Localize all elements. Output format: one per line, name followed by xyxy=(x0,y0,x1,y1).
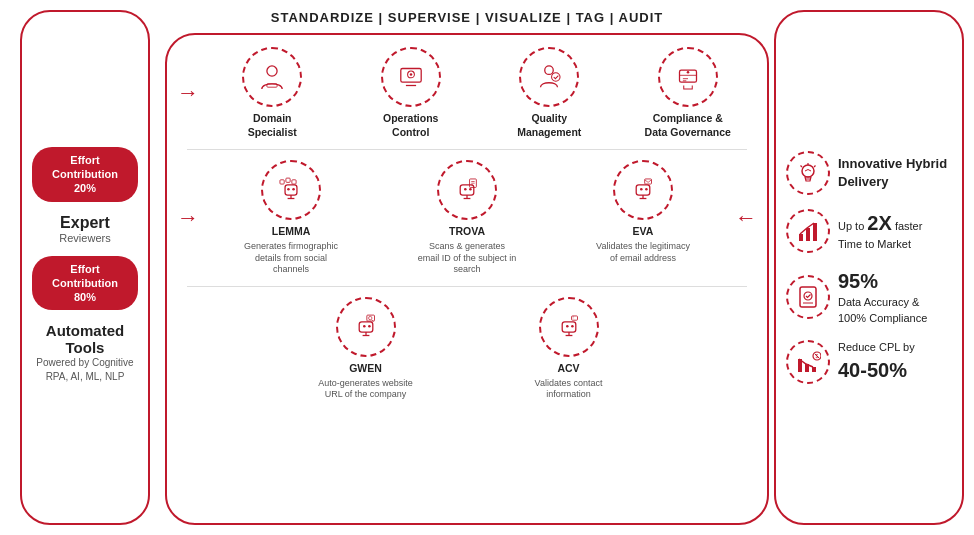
svg-rect-18 xyxy=(280,180,284,184)
svg-rect-36 xyxy=(359,322,373,332)
2x-text: Up to 2X fasterTime to Market xyxy=(838,209,922,252)
cpl-text: Reduce CPL by40-50% xyxy=(838,340,915,383)
tools-section: Automated Tools Powered by Cognitive RPA… xyxy=(32,322,138,384)
eva-desc: Validates the legitimacy of email addres… xyxy=(593,241,693,264)
quality-management-label: QualityManagement xyxy=(517,112,581,139)
svg-rect-44 xyxy=(562,322,576,332)
svg-point-6 xyxy=(545,66,554,75)
acv-desc: Validates contact information xyxy=(519,378,619,401)
middle-row-wrapper: → xyxy=(177,160,757,276)
svg-point-42 xyxy=(368,316,371,319)
95-text: 95%Data Accuracy &100% Compliance xyxy=(838,267,927,326)
eva-icon xyxy=(626,173,660,207)
bottom-row-wrapper: GWEN Auto-generates website URL of the c… xyxy=(177,297,757,401)
eva-label: EVA xyxy=(633,225,654,239)
arrow-top: → xyxy=(177,80,199,106)
svg-rect-41 xyxy=(366,315,374,321)
icon-acv: ! ACV Validates contact information xyxy=(519,297,619,401)
compliance-icon xyxy=(671,60,705,94)
svg-rect-56 xyxy=(799,234,803,241)
tools-title: Automated Tools xyxy=(32,322,138,356)
checklist-circle xyxy=(786,275,830,319)
quality-management-circle xyxy=(519,47,579,107)
svg-point-46 xyxy=(571,325,574,328)
svg-point-22 xyxy=(464,188,467,191)
middle-panel: STANDARDIZE | SUPERVISE | VISUALIZE | TA… xyxy=(165,10,769,525)
svg-point-14 xyxy=(287,188,290,191)
svg-rect-64 xyxy=(812,367,816,372)
svg-point-23 xyxy=(469,188,472,191)
icon-quality-management: QualityManagement xyxy=(499,47,599,139)
domain-specialist-circle xyxy=(242,47,302,107)
hybrid-text: Innovative Hybrid Delivery xyxy=(838,155,952,191)
svg-point-5 xyxy=(409,73,412,76)
svg-point-31 xyxy=(640,188,643,191)
right-item-cpl: $ Reduce CPL by40-50% xyxy=(786,340,952,384)
compliance-label: Compliance &Data Governance xyxy=(645,112,731,139)
lemma-desc: Generates firmographic details from soci… xyxy=(241,241,341,276)
svg-point-7 xyxy=(552,73,561,82)
right-item-2x: Up to 2X fasterTime to Market xyxy=(786,209,952,253)
svg-text:$: $ xyxy=(816,352,819,358)
chart-up-circle xyxy=(786,209,830,253)
tools-subtitle: Powered by Cognitive RPA, AI, ML, NLP xyxy=(32,356,138,384)
gwen-icon xyxy=(349,310,383,344)
domain-specialist-label: DomainSpecialist xyxy=(248,112,297,139)
middle-icon-row: LEMMA Generates firmographic details fro… xyxy=(203,160,731,276)
right-panel-container: Innovative Hybrid Delivery Up to 2X fast… xyxy=(774,10,964,525)
svg-rect-57 xyxy=(806,228,810,241)
cpl-number: 40-50% xyxy=(838,359,907,381)
lightbulb-icon xyxy=(795,160,821,186)
divider-2 xyxy=(187,286,747,287)
lemma-icon xyxy=(274,173,308,207)
compliance-circle xyxy=(658,47,718,107)
svg-point-60 xyxy=(804,292,812,300)
trova-label: TROVA xyxy=(449,225,485,239)
content-box: → DomainSpecialist xyxy=(165,33,769,525)
chart-up-icon xyxy=(795,218,821,244)
expert-subtitle: Reviewers xyxy=(59,232,110,244)
svg-line-54 xyxy=(801,166,803,168)
hybrid-label: Innovative Hybrid Delivery xyxy=(838,156,947,189)
svg-point-32 xyxy=(645,188,648,191)
arrow-middle: → xyxy=(177,205,199,231)
2x-number: 2X xyxy=(867,212,891,234)
operations-control-icon xyxy=(394,60,428,94)
icon-lemma: LEMMA Generates firmographic details fro… xyxy=(241,160,341,276)
icon-eva: EVA Validates the legitimacy of email ad… xyxy=(593,160,693,264)
hybrid-icon-circle xyxy=(786,151,830,195)
95-number: 95% xyxy=(838,270,878,292)
divider-1 xyxy=(187,149,747,150)
icon-compliance: Compliance &Data Governance xyxy=(638,47,738,139)
right-item-95: 95%Data Accuracy &100% Compliance xyxy=(786,267,952,326)
gwen-label: GWEN xyxy=(349,362,382,376)
svg-point-10 xyxy=(686,71,689,74)
lemma-circle xyxy=(261,160,321,220)
acv-circle: ! xyxy=(539,297,599,357)
icon-operations-control: OperationsControl xyxy=(361,47,461,139)
top-row-wrapper: → DomainSpecialist xyxy=(177,47,757,139)
quality-management-icon xyxy=(532,60,566,94)
svg-rect-21 xyxy=(460,185,474,195)
svg-rect-30 xyxy=(636,185,650,195)
svg-rect-58 xyxy=(813,223,817,241)
right-item-hybrid: Innovative Hybrid Delivery xyxy=(786,151,952,195)
svg-point-45 xyxy=(566,325,569,328)
operations-control-circle xyxy=(381,47,441,107)
trova-circle xyxy=(437,160,497,220)
eva-circle xyxy=(613,160,673,220)
chart-down-circle: $ xyxy=(786,340,830,384)
icon-domain-specialist: DomainSpecialist xyxy=(222,47,322,139)
chart-down-icon: $ xyxy=(795,349,821,375)
effort-badge-1: Effort Contribution 20% xyxy=(32,147,138,202)
left-panel: Effort Contribution 20% Expert Reviewers… xyxy=(20,10,150,525)
gwen-desc: Auto-generates website URL of the compan… xyxy=(316,378,416,401)
expert-title: Expert xyxy=(59,214,110,232)
icon-gwen: GWEN Auto-generates website URL of the c… xyxy=(316,297,416,401)
main-container: Effort Contribution 20% Expert Reviewers… xyxy=(0,0,974,535)
right-panel: Innovative Hybrid Delivery Up to 2X fast… xyxy=(774,10,964,525)
gwen-circle xyxy=(336,297,396,357)
svg-rect-19 xyxy=(286,178,290,182)
svg-point-51 xyxy=(802,165,814,177)
trova-icon xyxy=(450,173,484,207)
